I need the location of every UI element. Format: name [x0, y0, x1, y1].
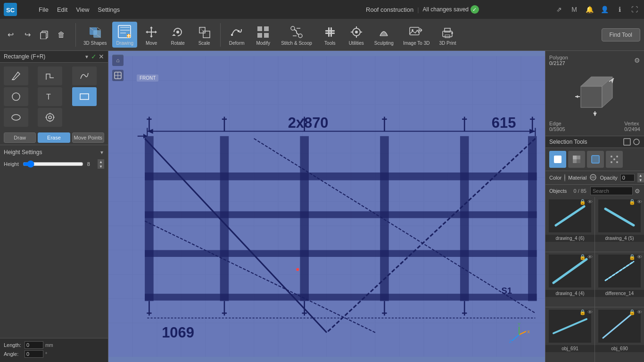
- length-unit: mm: [45, 343, 53, 348]
- menu-settings[interactable]: Settings: [94, 4, 124, 15]
- view-nav-btn[interactable]: [112, 70, 124, 81]
- toolbar-image-to-3d[interactable]: Image To 3D: [399, 22, 434, 48]
- share-icon[interactable]: ⇗: [553, 4, 565, 15]
- viewport[interactable]: 2x870 615: [108, 51, 545, 362]
- toolbar-utilities[interactable]: Utilities: [344, 22, 369, 48]
- toolbar-sculpting[interactable]: Sculpting: [371, 22, 397, 48]
- toolbar-move[interactable]: Move: [139, 22, 164, 48]
- sel-outline-btn[interactable]: [587, 151, 604, 168]
- height-settings-dropdown[interactable]: ▼: [99, 150, 104, 155]
- curve-tool[interactable]: [72, 66, 97, 85]
- height-decrement[interactable]: ▼: [98, 164, 104, 169]
- circle-tool[interactable]: [4, 87, 28, 106]
- user-icon[interactable]: 👤: [599, 4, 610, 15]
- obj-thumb-drawing-4-6[interactable]: 👁 🔒 drawing_4 (6): [545, 197, 594, 252]
- erase-mode-btn[interactable]: Erase: [38, 132, 70, 143]
- opacity-input[interactable]: [620, 174, 635, 181]
- toolbar-deform[interactable]: Deform: [224, 22, 249, 48]
- sel-wireframe-btn[interactable]: [568, 151, 585, 168]
- panel-confirm-icon[interactable]: ✓: [91, 53, 97, 60]
- fullscreen-icon[interactable]: ⛶: [629, 4, 640, 15]
- toolbar-deform-label: Deform: [229, 41, 245, 46]
- svg-rect-161: [592, 156, 599, 163]
- right-panel: Polygon 0/2127 ⚙: [545, 51, 644, 362]
- thumb-eye-icon-2[interactable]: 👁: [637, 199, 642, 205]
- text-tool[interactable]: T: [38, 87, 62, 106]
- toolbar-tools[interactable]: Tools: [318, 22, 342, 48]
- toolbar-drawing[interactable]: Drawing: [112, 22, 137, 48]
- copy-button[interactable]: [38, 28, 51, 41]
- toolbar-scale[interactable]: Scale: [192, 22, 216, 48]
- polyline-tool[interactable]: [38, 66, 62, 85]
- search-input[interactable]: [590, 187, 633, 195]
- blueprint-canvas[interactable]: 2x870 615: [108, 51, 545, 362]
- toolbar-tools-label: Tools: [324, 41, 335, 46]
- thumb-eye-icon-1[interactable]: 👁: [587, 199, 593, 205]
- toolbar-sculpting-label: Sculpting: [374, 41, 394, 46]
- obj-thumb-difference-14[interactable]: 👁 🔒 difference_14: [595, 252, 644, 307]
- thumb-eye-icon-5[interactable]: 👁: [587, 309, 593, 315]
- panel-close-icon[interactable]: ✕: [99, 53, 104, 60]
- find-tool-button[interactable]: Find Tool: [602, 28, 640, 41]
- toolbar-stitch-scoop[interactable]: Stitch & Scoop: [277, 22, 316, 48]
- pen-tool[interactable]: [4, 66, 28, 85]
- drawing-tools-grid: T: [0, 63, 108, 131]
- vertex-stat: Vertex 0/2494: [624, 121, 640, 132]
- opacity-increment[interactable]: ▲: [637, 173, 644, 178]
- obj-thumb-691[interactable]: 👁 🔒 obj_691: [545, 307, 594, 362]
- panel-dropdown-icon[interactable]: ▼: [84, 54, 89, 59]
- color-picker[interactable]: [564, 174, 565, 181]
- toolbar-3d-print[interactable]: 3D Print: [435, 22, 460, 48]
- toolbar-3d-shapes[interactable]: 3D Shapes: [80, 22, 110, 48]
- thumb-lock-icon-3[interactable]: 🔒: [579, 254, 586, 260]
- delete-button[interactable]: 🗑: [55, 28, 68, 41]
- thumb-lock-icon-4[interactable]: 🔒: [629, 254, 636, 260]
- thumb-eye-icon-4[interactable]: 👁: [637, 254, 642, 260]
- sel-solid-btn[interactable]: [549, 151, 566, 168]
- toolbar-rotate[interactable]: Rotate: [165, 22, 190, 48]
- bell-icon[interactable]: 🔔: [584, 4, 595, 15]
- move-points-btn[interactable]: Move Points: [72, 132, 104, 143]
- material-icon[interactable]: [589, 173, 597, 182]
- stitch-scoop-icon: [288, 24, 305, 41]
- toolbar-modify[interactable]: Modify: [251, 22, 275, 48]
- bottom-inputs: Length: mm Angle: °: [0, 338, 108, 362]
- toolbar-drawing-label: Drawing: [116, 41, 133, 46]
- info-icon[interactable]: ℹ: [614, 4, 625, 15]
- svg-rect-160: [577, 159, 580, 163]
- search-settings-icon[interactable]: ⚙: [635, 188, 640, 195]
- thumb-lock-icon-1[interactable]: 🔒: [579, 199, 586, 205]
- thumb-lock-icon-5[interactable]: 🔒: [579, 309, 586, 315]
- medal-icon[interactable]: M: [569, 4, 580, 15]
- menu-view[interactable]: View: [72, 4, 93, 15]
- rectangle-tool[interactable]: [72, 87, 97, 106]
- height-slider[interactable]: [23, 160, 83, 168]
- undo-button[interactable]: ↩: [4, 28, 17, 41]
- menu-edit[interactable]: Edit: [53, 4, 71, 15]
- obj-thumb-drawing-4-5[interactable]: 👁 🔒 drawing_4 (5): [595, 197, 644, 252]
- utilities-icon: [348, 24, 365, 41]
- thumb-lock-icon-2[interactable]: 🔒: [629, 199, 636, 205]
- obj-thumb-drawing-4-4[interactable]: 👁 🔒 drawing_4 (4): [545, 252, 594, 307]
- length-input[interactable]: [25, 341, 43, 349]
- draw-mode-btn[interactable]: Draw: [4, 132, 36, 143]
- target-tool[interactable]: [38, 108, 62, 127]
- menu-file[interactable]: File: [35, 4, 52, 15]
- thumb-label-2: drawing_4 (5): [595, 235, 644, 242]
- angle-input[interactable]: [25, 350, 43, 358]
- thumb-eye-icon-6[interactable]: 👁: [637, 309, 642, 315]
- svg-rect-94: [145, 136, 154, 301]
- nav-controls: ⌂: [112, 55, 124, 81]
- logo-icon: SC: [4, 3, 17, 16]
- thumb-eye-icon-3[interactable]: 👁: [587, 254, 593, 260]
- home-nav-btn[interactable]: ⌂: [112, 55, 124, 66]
- thumb-lock-icon-6[interactable]: 🔒: [629, 309, 636, 315]
- height-increment[interactable]: ▲: [98, 159, 104, 164]
- obj-thumb-690[interactable]: 👁 🔒 obj_690: [595, 307, 644, 362]
- geo-settings-gear[interactable]: ⚙: [634, 57, 640, 64]
- redo-button[interactable]: ↪: [21, 28, 34, 41]
- 3d-shapes-icon: [87, 24, 104, 41]
- sel-points-btn[interactable]: [606, 151, 623, 168]
- opacity-decrement[interactable]: ▼: [637, 178, 644, 182]
- ellipse-tool[interactable]: [4, 108, 28, 127]
